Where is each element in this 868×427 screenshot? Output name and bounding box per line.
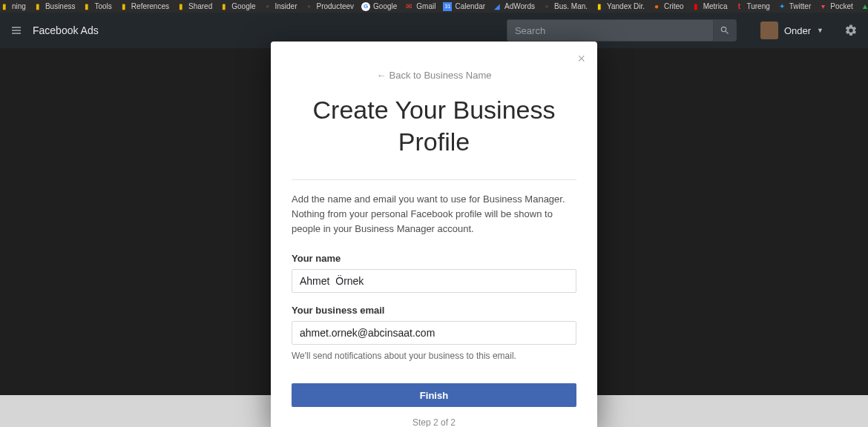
folder-icon: ▮ — [220, 2, 228, 11]
bookmark-label: Shared — [188, 2, 212, 10]
bookmark-item[interactable]: ●Criteo — [652, 2, 684, 11]
close-button[interactable]: × — [577, 52, 585, 65]
bookmark-item[interactable]: ✦Twitter — [777, 2, 811, 11]
name-input[interactable] — [292, 269, 576, 293]
bookmark-label: Google — [373, 2, 397, 10]
bookmark-label: Metrica — [703, 2, 728, 10]
criteo-icon: ● — [652, 2, 661, 11]
bookmark-label: Bus. Man. — [554, 2, 588, 10]
bookmark-label: Gmail — [416, 2, 435, 10]
bookmark-label: References — [131, 2, 169, 10]
name-field: Your name — [292, 253, 576, 293]
user-menu[interactable]: Onder ▼ — [760, 21, 823, 39]
bookmark-label: Google — [231, 2, 255, 10]
bookmark-item[interactable]: ✉Gmail — [404, 2, 435, 11]
bookmark-label: Pocket — [830, 2, 853, 10]
metrica-icon: ▮ — [691, 2, 700, 11]
bookmark-item[interactable]: ▫Bus. Man. — [542, 2, 588, 11]
user-name: Onder — [784, 25, 811, 36]
search-button[interactable] — [713, 19, 737, 42]
bookmark-item[interactable]: ▫Producteev — [305, 2, 355, 11]
bookmark-label: Insider — [274, 2, 297, 10]
bookmark-item[interactable]: ▮References — [119, 2, 169, 11]
bookmark-label: Criteo — [664, 2, 684, 10]
create-profile-modal: × ←Back to Business Name Create Your Bus… — [271, 42, 597, 427]
bookmark-item[interactable]: ▮Google — [220, 2, 255, 11]
feedly-icon: ▲ — [861, 2, 868, 11]
folder-icon: ▮ — [177, 2, 185, 11]
bookmark-item[interactable]: ▮Business — [33, 2, 76, 11]
finish-button[interactable]: Finish — [292, 383, 576, 407]
search-input[interactable] — [507, 19, 713, 42]
adwords-icon: ◢ — [493, 2, 502, 11]
bookmark-label: Tureng — [746, 2, 769, 10]
bookmark-label: Twitter — [789, 2, 811, 10]
bookmark-label: Business — [45, 2, 76, 10]
bookmark-label: Yandex Dir. — [607, 2, 645, 10]
email-label: Your business email — [292, 305, 576, 316]
bookmark-label: ning — [12, 2, 26, 10]
page-icon: ▫ — [542, 2, 551, 11]
bookmark-item[interactable]: 31Calendar — [443, 2, 485, 11]
close-icon: × — [577, 51, 585, 66]
email-field: Your business email — [292, 305, 576, 345]
bookmarks-bar: ▮ning▮Business▮Tools▮References▮Shared▮G… — [0, 0, 868, 13]
app-title: Facebook Ads — [33, 24, 99, 36]
email-help: We'll send notifications about your busi… — [292, 351, 576, 361]
bookmark-item[interactable]: ▮ning — [0, 2, 26, 11]
bookmark-item[interactable]: ▲Feedly — [861, 2, 868, 11]
bookmark-item[interactable]: GGoogle — [361, 2, 397, 11]
bookmark-item[interactable]: ▮Metrica — [691, 2, 728, 11]
bookmark-item[interactable]: ▾Pocket — [818, 2, 853, 11]
folder-icon: ▮ — [33, 2, 42, 11]
bookmark-item[interactable]: ▫Insider — [263, 2, 297, 11]
bookmark-label: Tools — [94, 2, 111, 10]
folder-icon: ▮ — [0, 2, 9, 11]
modal-title: Create Your Business Profile — [300, 94, 568, 157]
pocket-icon: ▾ — [818, 2, 827, 11]
tureng-icon: t — [734, 2, 743, 11]
bookmark-item[interactable]: ▮Yandex Dir. — [595, 2, 645, 11]
bookmark-item[interactable]: ▮Tools — [82, 2, 111, 11]
step-indicator: Step 2 of 2 — [271, 417, 597, 427]
folder-icon: ▮ — [119, 2, 128, 11]
folder-icon: ▮ — [82, 2, 91, 11]
arrow-left-icon: ← — [376, 70, 386, 81]
google-icon: G — [361, 2, 370, 11]
bookmark-item[interactable]: tTureng — [734, 2, 769, 11]
settings-button[interactable] — [844, 24, 858, 37]
twitter-icon: ✦ — [777, 2, 786, 11]
search-icon — [720, 25, 730, 36]
modal-description: Add the name and email you want to use f… — [292, 192, 576, 236]
back-link[interactable]: ←Back to Business Name — [271, 70, 597, 81]
calendar-icon: 31 — [443, 2, 452, 11]
page-icon: ▫ — [263, 2, 272, 11]
page-icon: ▫ — [305, 2, 314, 11]
yandex-icon: ▮ — [595, 2, 604, 11]
gear-icon — [844, 24, 858, 37]
email-input[interactable] — [292, 321, 576, 345]
bookmark-label: Producteev — [317, 2, 355, 10]
search-box — [507, 19, 737, 42]
name-label: Your name — [292, 253, 576, 264]
divider — [292, 179, 576, 180]
bookmark-label: AdWords — [504, 2, 535, 10]
gmail-icon: ✉ — [404, 2, 413, 11]
menu-icon[interactable] — [10, 24, 22, 36]
bookmark-label: Calendar — [455, 2, 485, 10]
bookmark-item[interactable]: ▮Shared — [177, 2, 212, 11]
chevron-down-icon: ▼ — [817, 27, 823, 34]
back-link-label: Back to Business Name — [389, 70, 491, 81]
bookmark-item[interactable]: ◢AdWords — [493, 2, 535, 11]
avatar — [760, 21, 778, 39]
